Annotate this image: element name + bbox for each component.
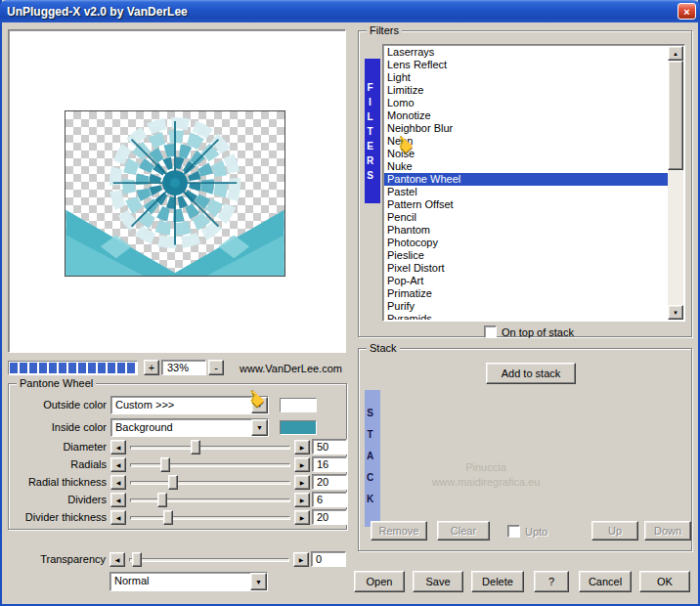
zoom-value: 33% (161, 360, 206, 375)
scrollbar-thumb[interactable] (668, 61, 683, 170)
transparency-left-arrow-icon[interactable]: ◀ (109, 552, 125, 567)
dividers-left-arrow-icon[interactable]: ◀ (110, 493, 126, 507)
slider-thumb[interactable] (132, 552, 142, 567)
divider-thickness-left-arrow-icon[interactable]: ◀ (110, 510, 126, 525)
filter-list-item[interactable]: Pencil (384, 211, 668, 224)
pantone-wheel-preview-art (66, 111, 284, 276)
upto-label: Upto (525, 526, 547, 539)
filter-list-item[interactable]: Monotize (384, 109, 668, 122)
scroll-up-icon[interactable]: ▲ (668, 46, 683, 61)
inside-color-select[interactable]: Background ▼ (110, 418, 269, 437)
delete-button[interactable]: Delete (471, 571, 524, 592)
radials-slider[interactable] (130, 457, 290, 472)
outside-color-value: Custom >>> (111, 397, 251, 413)
remove-button[interactable]: Remove (371, 521, 427, 541)
up-button[interactable]: Up (591, 521, 638, 541)
slider-thumb[interactable] (168, 475, 178, 490)
chevron-down-icon[interactable]: ▼ (251, 419, 268, 436)
upto-checkbox[interactable] (507, 525, 520, 538)
filter-list-item[interactable]: Lomo (384, 97, 668, 109)
filter-list-item[interactable]: Primatize (384, 287, 668, 300)
transparency-value[interactable]: 0 (311, 551, 346, 567)
diameter-right-arrow-icon[interactable]: ▶ (294, 440, 310, 454)
filter-list-item[interactable]: Neighbor Blur (384, 122, 668, 135)
radials-right-arrow-icon[interactable]: ▶ (294, 457, 310, 472)
filter-list-item[interactable]: Phantom (384, 224, 668, 237)
filter-listbox[interactable]: LaserraysLens ReflectLightLimitizeLomoMo… (382, 44, 685, 322)
stack-group-label: Stack (367, 342, 400, 355)
dividers-value[interactable]: 6 (312, 492, 347, 507)
blend-mode-select[interactable]: Normal ▼ (109, 572, 268, 591)
slider-thumb[interactable] (160, 457, 170, 472)
cancel-button[interactable]: Cancel (579, 571, 632, 592)
watermark-line1: Pinuccia (398, 460, 574, 475)
title-bar[interactable]: UnPlugged-X v2.0 by VanDerLee × (0, 0, 700, 22)
inside-color-label: Inside color (9, 420, 107, 435)
filter-list-item[interactable]: Neon (384, 135, 668, 148)
outside-color-swatch[interactable] (280, 398, 317, 412)
slider-track[interactable] (130, 498, 290, 502)
scroll-down-icon[interactable]: ▼ (668, 305, 683, 320)
transparency-right-arrow-icon[interactable]: ▶ (293, 552, 309, 567)
diameter-slider[interactable] (130, 440, 290, 454)
filter-list-item[interactable]: Pyramids (384, 313, 668, 320)
filter-list-scrollbar[interactable]: ▲ ▼ (668, 46, 683, 320)
plugin-window: UnPlugged-X v2.0 by VanDerLee × (0, 0, 700, 606)
diameter-left-arrow-icon[interactable]: ◀ (110, 440, 126, 454)
radial-thickness-left-arrow-icon[interactable]: ◀ (110, 475, 126, 490)
slider-track[interactable] (129, 558, 289, 562)
radials-left-arrow-icon[interactable]: ◀ (110, 457, 126, 472)
slider-thumb[interactable] (157, 493, 167, 507)
radials-value[interactable]: 16 (312, 456, 347, 472)
website-link[interactable]: www.VanDerLee.com (240, 363, 342, 374)
filter-list-item[interactable]: Pastel (384, 186, 668, 198)
filter-list-item[interactable]: Noise (384, 148, 668, 160)
zoom-in-button[interactable]: + (144, 360, 159, 375)
filter-list-item[interactable]: Pixel Distort (384, 262, 668, 275)
filter-list-item[interactable]: Pantone Wheel (384, 173, 668, 186)
close-icon: × (683, 6, 689, 18)
zoom-out-button[interactable]: - (208, 360, 224, 375)
dividers-slider[interactable] (130, 493, 290, 507)
down-button[interactable]: Down (644, 521, 691, 541)
clear-button[interactable]: Clear (437, 521, 490, 541)
filter-list-item[interactable]: Limitize (384, 84, 668, 97)
save-button[interactable]: Save (413, 571, 463, 592)
open-button[interactable]: Open (354, 571, 405, 592)
help-button[interactable]: ? (534, 571, 569, 592)
filter-list-item[interactable]: Nuke (384, 160, 668, 173)
slider-track[interactable] (130, 446, 290, 450)
filter-list-item[interactable]: Pieslice (384, 249, 668, 262)
filter-list-item[interactable]: Lens Reflect (384, 59, 668, 71)
preview-panel[interactable] (8, 29, 346, 353)
on-top-of-stack-checkbox[interactable] (484, 325, 497, 338)
slider-track[interactable] (130, 481, 290, 485)
filter-list-item[interactable]: Purify (384, 300, 668, 313)
add-to-stack-button[interactable]: Add to stack (486, 363, 576, 384)
preview-image[interactable] (65, 110, 285, 277)
radial-thickness-value[interactable]: 20 (312, 474, 347, 490)
dividers-label: Dividers (9, 493, 107, 507)
filter-list-item[interactable]: Laserrays (384, 46, 668, 59)
divider-thickness-right-arrow-icon[interactable]: ▶ (294, 510, 310, 525)
slider-track[interactable] (130, 463, 290, 467)
filter-list-item[interactable]: Pop-Art (384, 275, 668, 287)
divider-thickness-value[interactable]: 20 (312, 509, 347, 525)
dividers-right-arrow-icon[interactable]: ▶ (294, 493, 310, 507)
on-top-of-stack-label: On top of stack (502, 326, 574, 339)
chevron-down-icon[interactable]: ▼ (250, 573, 267, 590)
radial-thickness-slider[interactable] (130, 475, 290, 490)
transparency-slider[interactable] (129, 552, 289, 567)
filter-list-item[interactable]: Photocopy (384, 237, 668, 249)
close-button[interactable]: × (678, 3, 696, 20)
slider-thumb[interactable] (191, 440, 200, 454)
ok-button[interactable]: OK (639, 571, 690, 592)
diameter-value[interactable]: 50 (312, 439, 347, 454)
slider-thumb[interactable] (163, 510, 173, 525)
inside-color-swatch[interactable] (280, 420, 317, 435)
radial-thickness-right-arrow-icon[interactable]: ▶ (294, 475, 310, 490)
filter-list-item[interactable]: Light (384, 71, 668, 84)
filter-list-item[interactable]: Pattern Offset (384, 198, 668, 211)
slider-track[interactable] (130, 516, 290, 520)
divider-thickness-slider[interactable] (130, 510, 290, 525)
